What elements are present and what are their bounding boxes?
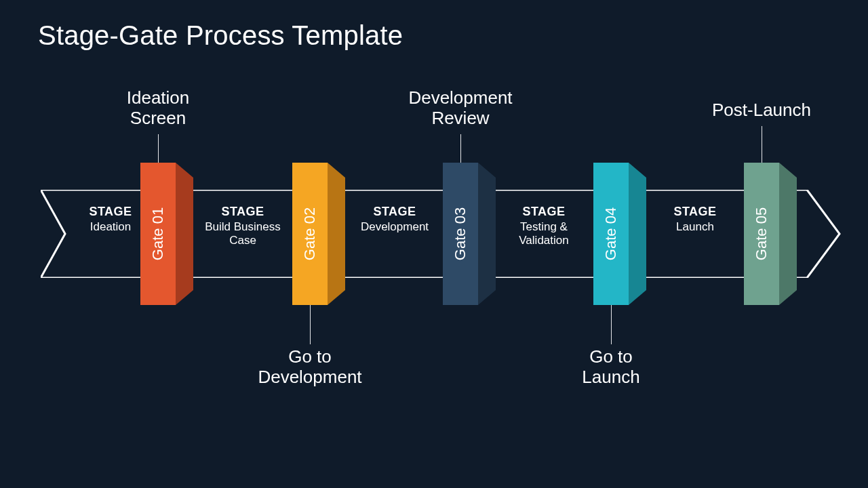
gate-label: Gate 04: [602, 207, 620, 260]
leader-line: [310, 305, 311, 344]
gate-label: Gate 02: [301, 207, 319, 260]
stage-name: Build BusinessCase: [185, 220, 300, 247]
stage-launch: STAGE Launch: [637, 205, 753, 234]
gate-label: Gate 01: [149, 207, 167, 260]
gate-shadow: [779, 178, 797, 290]
stage-business-case: STAGE Build BusinessCase: [185, 205, 300, 247]
callout-ideation-screen: IdeationScreen: [70, 88, 246, 129]
leader-line: [611, 305, 612, 344]
stage-development: STAGE Development: [337, 205, 452, 234]
gate-03: Gate 03: [443, 163, 478, 305]
gate-face: Gate 04: [593, 163, 629, 305]
callout-development-review: DevelopmentReview: [372, 88, 549, 129]
gate-shadow: [176, 178, 193, 290]
callout-post-launch: Post-Launch: [673, 100, 850, 121]
gate-02: Gate 02: [292, 163, 328, 305]
gate-shadow: [478, 178, 496, 290]
stage-heading: STAGE: [337, 205, 452, 219]
gate-shadow: [629, 178, 646, 290]
gate-face: Gate 05: [744, 163, 779, 305]
stage-name: Development: [337, 220, 452, 234]
gate-label: Gate 05: [753, 207, 770, 260]
gate-label: Gate 03: [452, 207, 469, 260]
gate-05: Gate 05: [744, 163, 779, 305]
gate-face: Gate 02: [292, 163, 328, 305]
slide: Stage-Gate Process Template STAGE Ideati…: [0, 0, 868, 488]
stage-heading: STAGE: [637, 205, 753, 219]
gate-01: Gate 01: [140, 163, 176, 305]
stage-heading: STAGE: [486, 205, 601, 219]
gate-face: Gate 01: [140, 163, 176, 305]
leader-line: [460, 134, 461, 163]
stage-heading: STAGE: [185, 205, 300, 219]
gate-shadow: [328, 178, 345, 290]
leader-line: [762, 126, 762, 163]
leader-line: [158, 134, 159, 163]
stage-name: Launch: [637, 220, 753, 234]
stage-name: Testing &Validation: [486, 220, 601, 247]
stage-testing: STAGE Testing &Validation: [486, 205, 601, 247]
gate-face: Gate 03: [443, 163, 478, 305]
callout-go-development: Go toDevelopment: [222, 347, 398, 388]
callout-go-launch: Go toLaunch: [523, 347, 699, 388]
gate-04: Gate 04: [593, 163, 629, 305]
page-title: Stage-Gate Process Template: [38, 20, 403, 51]
